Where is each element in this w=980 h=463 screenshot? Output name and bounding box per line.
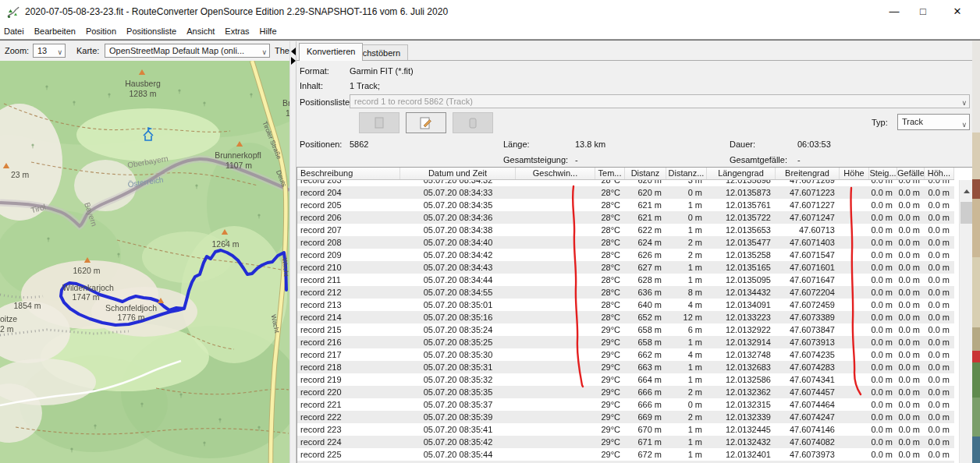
menu-bearbeiten[interactable]: Bearbeiten bbox=[34, 27, 76, 36]
table-header-row: BeschreibungDatum und ZeitGeschwin...Tem… bbox=[297, 168, 954, 180]
menu-extras[interactable]: Extras bbox=[225, 27, 249, 36]
table-row[interactable]: record 20505.07.20 08:34:3528°C621 m1 m1… bbox=[297, 199, 954, 211]
column-header[interactable]: Distanz bbox=[625, 168, 666, 179]
table-cell: 29°C bbox=[595, 323, 625, 336]
table-cell: 652 m bbox=[625, 311, 666, 323]
table-row[interactable]: record 21105.07.20 08:34:4428°C628 m1 m1… bbox=[297, 274, 954, 286]
table-row[interactable]: record 22205.07.20 08:35:3929°C669 m2 m1… bbox=[297, 411, 954, 423]
table-cell: 47.6072204 bbox=[776, 286, 840, 299]
zoom-select[interactable]: 13 ∨ bbox=[33, 44, 66, 58]
trash-icon bbox=[466, 117, 480, 129]
column-header[interactable]: Steig... bbox=[869, 168, 897, 179]
column-header[interactable]: Längengrad bbox=[707, 168, 776, 179]
table-row[interactable]: record 20305.07.20 08:34:3228°C620 m3 m1… bbox=[297, 180, 954, 186]
inhalt-label: Inhalt: bbox=[300, 81, 323, 90]
table-row[interactable]: record 21905.07.20 08:35:3229°C664 m1 m1… bbox=[297, 373, 954, 386]
maximize-button[interactable]: □ bbox=[911, 3, 936, 20]
table-row[interactable]: record 21005.07.20 08:34:4328°C627 m1 m1… bbox=[297, 261, 954, 274]
table-cell: 8 m bbox=[666, 286, 707, 299]
column-header[interactable]: Beschreibung bbox=[297, 168, 400, 179]
column-header[interactable]: Höhe bbox=[840, 168, 869, 179]
typ-label: Typ: bbox=[872, 118, 888, 127]
table-row[interactable]: record 21405.07.20 08:35:1628°C652 m12 m… bbox=[297, 311, 954, 323]
close-button[interactable]: ✕ bbox=[945, 3, 970, 20]
svg-text:1854 m: 1854 m bbox=[13, 301, 41, 310]
menu-position[interactable]: Position bbox=[86, 27, 116, 36]
column-header[interactable]: Gefälle bbox=[897, 168, 925, 179]
table-row[interactable]: record 22105.07.20 08:35:3729°C666 m0 m1… bbox=[297, 398, 954, 411]
rename-positionlist-button[interactable] bbox=[406, 112, 446, 133]
table-row[interactable]: record 21505.07.20 08:35:2429°C658 m6 m1… bbox=[297, 323, 954, 336]
table-cell: 0.0 m bbox=[897, 436, 925, 448]
column-header[interactable]: Datum und Zeit bbox=[400, 168, 516, 179]
table-cell: 0.0 m bbox=[869, 448, 897, 461]
table-cell bbox=[840, 386, 869, 398]
table-cell: 12.0132586 bbox=[707, 373, 776, 386]
positionsliste-select[interactable]: record 1 to record 5862 (Track) ∨ bbox=[350, 94, 970, 108]
svg-text:1283 m: 1283 m bbox=[129, 89, 156, 98]
map-canvas[interactable]: Hausberg 1283 m Brunnerkopfl 1107 m 1264… bbox=[0, 61, 289, 463]
table-cell bbox=[516, 373, 595, 386]
menu-ansicht[interactable]: Ansicht bbox=[186, 27, 215, 36]
table-cell: 4 m bbox=[666, 299, 707, 311]
table-cell: 29°C bbox=[595, 423, 625, 436]
table-cell: 05.07.20 08:35:16 bbox=[400, 311, 516, 323]
table-cell: 47.6074457 bbox=[776, 386, 840, 398]
table-cell: record 209 bbox=[297, 249, 400, 261]
scrollbar-thumb[interactable] bbox=[960, 202, 972, 224]
table-row[interactable]: record 20705.07.20 08:34:3828°C622 m1 m1… bbox=[297, 224, 954, 236]
delete-positionlist-button[interactable] bbox=[453, 112, 493, 133]
map-select[interactable]: OpenStreetMap Default Map (onli... ∨ bbox=[105, 44, 270, 58]
table-row[interactable]: record 22405.07.20 08:35:4229°C671 m1 m1… bbox=[297, 436, 954, 448]
table-cell: 0.0 m bbox=[925, 361, 954, 373]
column-header[interactable]: Breitengrad bbox=[776, 168, 840, 179]
table-cell: 0.0 m bbox=[925, 411, 954, 423]
svg-text:Hausberg: Hausberg bbox=[125, 79, 161, 88]
table-cell: 1 m bbox=[666, 261, 707, 274]
column-header[interactable]: Höh... bbox=[925, 168, 954, 179]
new-positionlist-button[interactable] bbox=[359, 112, 399, 133]
panel-splitter[interactable] bbox=[289, 41, 296, 463]
table-cell bbox=[516, 180, 595, 186]
tab-konvertieren[interactable]: Konvertieren bbox=[299, 43, 363, 61]
table-row[interactable]: record 20605.07.20 08:34:3628°C621 m0 m1… bbox=[297, 211, 954, 224]
table-row[interactable]: record 21605.07.20 08:35:2529°C658 m1 m1… bbox=[297, 336, 954, 348]
table-row[interactable]: record 21805.07.20 08:35:3129°C663 m1 m1… bbox=[297, 361, 954, 373]
table-row[interactable]: record 22005.07.20 08:35:3529°C666 m2 m1… bbox=[297, 386, 954, 398]
table-row[interactable]: record 21705.07.20 08:35:3029°C662 m4 m1… bbox=[297, 348, 954, 361]
table-cell: 47.6074146 bbox=[776, 423, 840, 436]
table-cell: 12.0135095 bbox=[707, 274, 776, 286]
table-scrollbar[interactable] bbox=[959, 180, 972, 463]
table-row[interactable]: record 20405.07.20 08:34:3328°C620 m0 m1… bbox=[297, 186, 954, 199]
column-header[interactable]: Geschwin... bbox=[516, 168, 595, 179]
table-cell: record 221 bbox=[297, 398, 400, 411]
table-cell: record 223 bbox=[297, 423, 400, 436]
table-cell: record 205 bbox=[297, 199, 400, 211]
collapse-left-icon[interactable] bbox=[291, 48, 296, 55]
typ-select[interactable]: Track ∨ bbox=[897, 114, 970, 130]
table-row[interactable]: record 20905.07.20 08:34:4228°C626 m2 m1… bbox=[297, 249, 954, 261]
menu-hilfe[interactable]: Hilfe bbox=[260, 27, 277, 36]
minimize-button[interactable]: — bbox=[882, 3, 907, 20]
table-cell: 662 m bbox=[625, 348, 666, 361]
table-row[interactable]: record 22505.07.20 08:35:4429°C672 m1 m1… bbox=[297, 448, 954, 461]
gesamtsteigung-value: - bbox=[575, 155, 578, 164]
column-header[interactable]: Tem... bbox=[595, 168, 625, 179]
column-header[interactable]: Distanz... bbox=[666, 168, 707, 179]
karte-label: Karte: bbox=[76, 46, 99, 55]
table-row[interactable]: record 20805.07.20 08:34:4028°C624 m2 m1… bbox=[297, 236, 954, 249]
table-cell bbox=[840, 411, 869, 423]
table-row[interactable]: record 22305.07.20 08:35:4129°C670 m1 m1… bbox=[297, 423, 954, 436]
table-cell: 0.0 m bbox=[869, 199, 897, 211]
table-cell: 0.0 m bbox=[897, 323, 925, 336]
table-cell bbox=[840, 224, 869, 236]
dauer-value: 06:03:53 bbox=[797, 140, 831, 149]
table-cell: 0.0 m bbox=[925, 373, 954, 386]
menu-positionsliste[interactable]: Positionsliste bbox=[126, 27, 176, 36]
table-cell: 666 m bbox=[625, 398, 666, 411]
scroll-up-button[interactable] bbox=[960, 185, 973, 198]
table-row[interactable]: record 21205.07.20 08:34:5528°C636 m8 m1… bbox=[297, 286, 954, 299]
menu-datei[interactable]: Datei bbox=[4, 27, 24, 36]
table-row[interactable]: record 21305.07.20 08:35:0128°C640 m4 m1… bbox=[297, 299, 954, 311]
collapse-right-icon[interactable] bbox=[291, 57, 296, 65]
